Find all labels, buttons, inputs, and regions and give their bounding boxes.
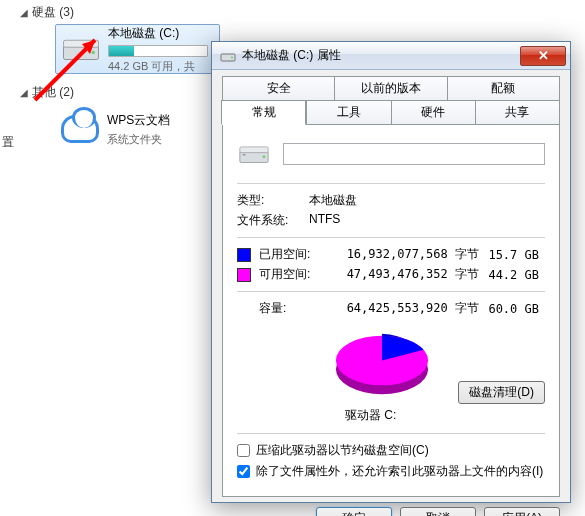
collapse-icon: ◢ (20, 7, 28, 18)
tab-hardware[interactable]: 硬件 (391, 100, 476, 125)
tab-strip: 安全 以前的版本 配额 常规 工具 硬件 共享 (222, 76, 560, 125)
used-size: 15.7 GB (479, 248, 539, 262)
cloud-icon (59, 108, 101, 150)
drive-free-text: 44.2 GB 可用，共 (108, 59, 215, 74)
index-label: 除了文件属性外，还允许索引此驱动器上文件的内容(I) (256, 463, 543, 480)
tab-quota[interactable]: 配额 (447, 76, 560, 100)
section-header-other[interactable]: ◢ 其他 (2) (20, 84, 74, 101)
drive-icon (220, 48, 236, 64)
drive-usage-bar (108, 45, 208, 57)
sidebar-fragment: 置 (0, 130, 22, 158)
tab-previous-versions[interactable]: 以前的版本 (334, 76, 447, 100)
tab-general[interactable]: 常规 (221, 100, 306, 125)
cancel-button[interactable]: 取消 (400, 507, 476, 516)
tab-tools[interactable]: 工具 (306, 100, 391, 125)
wps-subtitle: 系统文件夹 (107, 132, 216, 147)
svg-rect-10 (243, 154, 246, 155)
ok-button[interactable]: 确定 (316, 507, 392, 516)
tab-panel-general: 类型:本地磁盘 文件系统:NTFS 已用空间: 16,932,077,568 字… (222, 125, 560, 497)
free-swatch (237, 268, 251, 282)
drive-item-c[interactable]: 本地磁盘 (C:) 44.2 GB 可用，共 (55, 24, 220, 74)
wps-cloud-item[interactable]: WPS云文档 系统文件夹 (55, 104, 220, 154)
capacity-label: 容量: (259, 300, 329, 317)
type-label: 类型: (237, 192, 309, 209)
type-value: 本地磁盘 (309, 192, 545, 209)
used-bytes: 16,932,077,568 字节 (329, 246, 479, 263)
dialog-title: 本地磁盘 (C:) 属性 (242, 47, 520, 64)
svg-rect-1 (64, 40, 99, 47)
used-swatch (237, 248, 251, 262)
tab-security[interactable]: 安全 (222, 76, 335, 100)
section-label: 其他 (2) (32, 84, 74, 101)
free-size: 44.2 GB (479, 268, 539, 282)
section-label: 硬盘 (3) (32, 4, 74, 21)
svg-point-6 (231, 56, 233, 58)
free-bytes: 47,493,476,352 字节 (329, 266, 479, 283)
capacity-size: 60.0 GB (479, 302, 539, 316)
fs-value: NTFS (309, 212, 545, 229)
svg-point-9 (263, 155, 266, 158)
drive-under-label: 驱动器 C: (345, 407, 396, 424)
drive-icon (60, 28, 102, 70)
usage-pie-chart (327, 325, 437, 403)
free-label: 可用空间: (259, 266, 329, 283)
index-checkbox-row[interactable]: 除了文件属性外，还允许索引此驱动器上文件的内容(I) (237, 463, 545, 480)
svg-point-2 (92, 51, 96, 55)
drive-name: 本地磁盘 (C:) (108, 25, 215, 42)
compress-label: 压缩此驱动器以节约磁盘空间(C) (256, 442, 429, 459)
titlebar[interactable]: 本地磁盘 (C:) 属性 ✕ (212, 42, 570, 70)
collapse-icon: ◢ (20, 87, 28, 98)
apply-button[interactable]: 应用(A) (484, 507, 560, 516)
index-checkbox[interactable] (237, 465, 250, 478)
tab-sharing[interactable]: 共享 (475, 100, 560, 125)
section-header-drives[interactable]: ◢ 硬盘 (3) (20, 4, 74, 21)
drive-info: 本地磁盘 (C:) 44.2 GB 可用，共 (108, 25, 215, 74)
fs-label: 文件系统: (237, 212, 309, 229)
dialog-button-row: 确定 取消 应用(A) (222, 497, 560, 516)
svg-rect-8 (240, 147, 268, 153)
compress-checkbox-row[interactable]: 压缩此驱动器以节约磁盘空间(C) (237, 442, 545, 459)
properties-dialog: 本地磁盘 (C:) 属性 ✕ 安全 以前的版本 配额 常规 工具 硬件 共享 类… (211, 41, 571, 503)
drive-icon (237, 137, 271, 171)
used-label: 已用空间: (259, 246, 329, 263)
wps-name: WPS云文档 (107, 112, 216, 129)
compress-checkbox[interactable] (237, 444, 250, 457)
capacity-bytes: 64,425,553,920 字节 (329, 300, 479, 317)
volume-name-input[interactable] (283, 143, 545, 165)
disk-cleanup-button[interactable]: 磁盘清理(D) (458, 381, 545, 404)
close-button[interactable]: ✕ (520, 46, 566, 66)
